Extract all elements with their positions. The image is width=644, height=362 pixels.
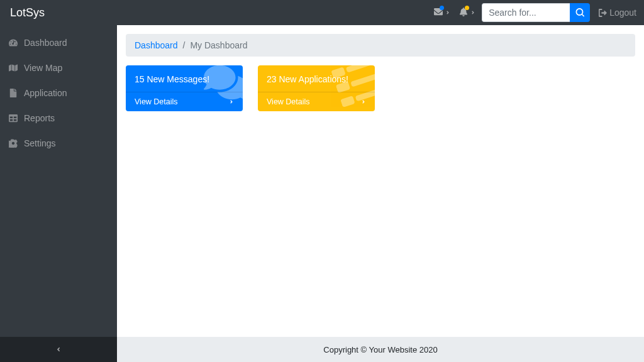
map-icon (9, 63, 18, 72)
sidebar-item-label: Dashboard (24, 38, 67, 48)
sign-out-icon (599, 9, 607, 17)
table-icon (9, 114, 18, 123)
chevron-right-icon (470, 10, 475, 15)
sidebar-item-settings[interactable]: Settings (0, 131, 117, 156)
logout-label: Logout (609, 8, 636, 18)
card-view-details[interactable]: View Details (258, 92, 375, 111)
card-messages: 15 New Messages! View Details (126, 65, 243, 111)
sidebar-collapse-toggle[interactable] (0, 337, 117, 362)
tachometer-icon (9, 38, 18, 47)
badge-dot-icon (465, 6, 469, 10)
main: Dashboard / My Dashboard 15 New Messages… (117, 25, 644, 362)
sidebar-item-label: Reports (24, 113, 55, 123)
card-count: 15 (135, 74, 145, 84)
sidebar-item-label: View Map (24, 63, 62, 73)
card-label: New Messages! (147, 74, 209, 84)
search-input[interactable] (482, 3, 570, 22)
sidebar-item-view-map[interactable]: View Map (0, 55, 117, 80)
gear-icon (9, 139, 18, 148)
search-button[interactable] (570, 3, 590, 22)
sidebar-item-dashboard[interactable]: Dashboard (0, 30, 117, 55)
topbar-icon-group (434, 8, 475, 18)
sidebar-item-label: Application (24, 88, 67, 98)
card-count: 23 (267, 74, 277, 84)
sidebar: Dashboard View Map Application Reports S… (0, 25, 117, 362)
search-form (482, 3, 590, 22)
bell-icon (459, 8, 468, 18)
sidebar-item-reports[interactable]: Reports (0, 106, 117, 131)
search-icon (575, 8, 584, 17)
card-view-details[interactable]: View Details (126, 92, 243, 111)
envelope-icon (434, 8, 443, 18)
chevron-left-icon (55, 346, 62, 353)
brand[interactable]: LotSys (8, 6, 45, 19)
card-label: New Applications! (279, 74, 348, 84)
alerts-dropdown[interactable] (459, 8, 475, 18)
card-title: 15 New Messages! (135, 74, 209, 84)
card-cta-label: View Details (267, 97, 310, 106)
page-footer: Copyright © Your Website 2020 (117, 337, 644, 362)
footer-text: Copyright © Your Website 2020 (323, 345, 437, 354)
file-icon (9, 89, 18, 97)
breadcrumb-root[interactable]: Dashboard (135, 40, 178, 50)
topbar: LotSys Logout (0, 0, 644, 25)
sidebar-item-application[interactable]: Application (0, 80, 117, 106)
card-cta-label: View Details (135, 97, 178, 106)
chevron-right-icon (361, 99, 366, 104)
breadcrumb-current: My Dashboard (190, 40, 247, 50)
breadcrumb: Dashboard / My Dashboard (126, 34, 635, 57)
breadcrumb-separator: / (183, 40, 186, 50)
card-title: 23 New Applications! (267, 74, 348, 84)
sidebar-item-label: Settings (24, 138, 56, 148)
card-applications: 23 New Applications! View Details (258, 65, 375, 111)
chevron-right-icon (229, 99, 234, 104)
badge-dot-icon (440, 6, 444, 10)
logout-link[interactable]: Logout (599, 8, 636, 18)
messages-dropdown[interactable] (434, 8, 450, 18)
chevron-right-icon (445, 10, 450, 15)
